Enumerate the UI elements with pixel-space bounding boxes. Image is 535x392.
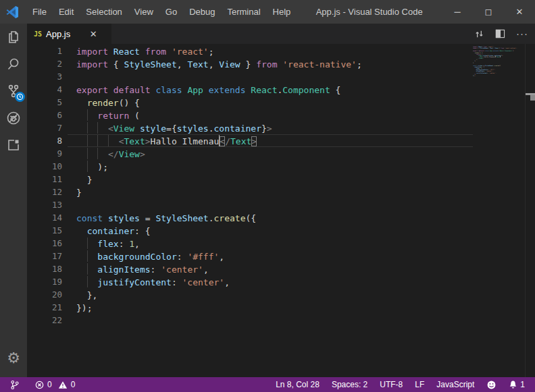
source-control-icon[interactable] [0,78,27,105]
close-window-button[interactable]: ✕ [504,0,535,24]
git-branch-item[interactable] [7,380,22,390]
menu-help[interactable]: Help [267,0,297,24]
line-number[interactable]: 22 [27,314,62,327]
line-content[interactable]: } [68,186,473,198]
encoding[interactable]: UTF-8 [376,380,406,389]
line-content[interactable]: } [68,173,473,186]
line-number[interactable]: 12 [27,186,62,198]
line-content[interactable]: <Text>Hallo Ilmenau</Text> [68,134,473,147]
line-content[interactable]: container: { [68,224,473,237]
menu-go[interactable]: Go [159,0,183,24]
indent-guide [97,148,98,159]
indent-guide [87,148,88,159]
line-content[interactable] [68,198,473,211]
minimize-button[interactable]: ─ [442,0,473,24]
overview-ruler[interactable] [525,44,535,377]
line-number[interactable]: 20 [27,288,62,301]
menu-view[interactable]: View [128,0,159,24]
line-content[interactable]: return ( [68,109,473,121]
menubar: FileEditSelectionViewGoDebugTerminalHelp [26,0,297,24]
line-number[interactable]: 9 [27,147,62,160]
tab-close-icon[interactable]: ✕ [88,29,99,39]
line-number[interactable]: 19 [27,275,62,288]
code-line: 10 ); [27,160,473,173]
explorer-icon[interactable] [0,24,27,51]
code-line: 8 <Text>Hallo Ilmenau</Text> [27,134,473,147]
menu-selection[interactable]: Selection [80,0,128,24]
extensions-icon[interactable] [0,132,27,159]
vscode-logo-icon [6,5,20,19]
line-content[interactable] [68,314,473,327]
menu-edit[interactable]: Edit [53,0,80,24]
tab-appjs[interactable]: JS App.js ✕ [27,24,111,44]
editor[interactable]: 1import React from 'react';2import { Sty… [27,44,535,377]
line-content[interactable]: flex: 1, [68,237,473,250]
search-icon[interactable] [0,51,27,78]
maximize-button[interactable]: ◻ [473,0,504,24]
debug-icon[interactable] [0,105,27,132]
code-line: 6 return ( [27,109,473,121]
window-title: App.js - Visual Studio Code [297,7,442,17]
line-number[interactable]: 3 [27,70,62,83]
open-changes-icon[interactable] [474,29,484,39]
line-content[interactable]: </View> [68,147,473,160]
line-number[interactable]: 18 [27,262,62,275]
line-number[interactable]: 2 [27,57,62,70]
code-line: 16 flex: 1, [27,237,473,250]
line-content[interactable]: <View style={styles.container}> [68,121,473,134]
line-content[interactable] [68,70,473,83]
split-editor-icon[interactable] [495,29,505,38]
warning-count: 0 [71,380,76,389]
code-line: 22 [27,314,473,327]
cursor-position[interactable]: Ln 8, Col 28 [272,380,323,389]
settings-gear-icon[interactable]: ⚙ [0,345,27,372]
line-content[interactable]: justifyContent: 'center', [68,275,473,288]
code-line: 14const styles = StyleSheet.create({ [27,211,473,224]
feedback-item[interactable] [483,380,500,390]
line-content[interactable]: ); [68,160,473,173]
notifications-item[interactable]: 1 [505,380,528,389]
line-content[interactable]: }); [68,301,473,314]
line-content[interactable]: render() { [68,96,473,109]
line-content[interactable]: }, [68,288,473,301]
menu-terminal[interactable]: Terminal [221,0,266,24]
line-number[interactable]: 13 [27,198,62,211]
line-number[interactable]: 11 [27,173,62,186]
line-content[interactable]: backgroundColor: '#fff', [68,250,473,262]
line-number[interactable]: 15 [27,224,62,237]
problems-item[interactable]: 0 0 [32,380,78,389]
line-number[interactable]: 14 [27,211,62,224]
line-number[interactable]: 8 [27,134,62,147]
status-left: 0 0 [7,380,78,390]
line-number[interactable]: 5 [27,96,62,109]
indent-guide [87,263,88,275]
line-content[interactable]: import { StyleSheet, Text, View } from '… [68,57,473,70]
titlebar: FileEditSelectionViewGoDebugTerminalHelp… [0,0,535,24]
line-content[interactable]: const styles = StyleSheet.create({ [68,211,473,224]
code-area[interactable]: 1import React from 'react';2import { Sty… [27,45,473,327]
indentation[interactable]: Spaces: 2 [328,380,371,389]
line-number[interactable]: 21 [27,301,62,314]
menu-file[interactable]: File [26,0,53,24]
overview-ruler-marker [530,95,535,101]
line-number[interactable]: 7 [27,121,62,134]
eol-sequence[interactable]: LF [411,380,428,389]
line-number[interactable]: 1 [27,45,62,57]
minimap[interactable]: import React from 'react';import { Style… [473,46,524,78]
language-mode[interactable]: JavaScript [433,380,478,389]
editor-actions: ··· [474,24,535,44]
line-content[interactable]: import React from 'react'; [68,45,473,57]
indent-guide [108,135,109,146]
line-number[interactable]: 6 [27,109,62,121]
more-actions-icon[interactable]: ··· [516,30,528,37]
menu-debug[interactable]: Debug [183,0,221,24]
line-number[interactable]: 17 [27,250,62,262]
code-line: 17 backgroundColor: '#fff', [27,250,473,262]
line-content[interactable]: alignItems: 'center', [68,262,473,275]
line-number[interactable]: 10 [27,160,62,173]
error-icon [35,381,44,389]
line-content[interactable]: export default class App extends React.C… [68,83,473,96]
line-number[interactable]: 16 [27,237,62,250]
line-number[interactable]: 4 [27,83,62,96]
indent-guide [87,237,88,249]
